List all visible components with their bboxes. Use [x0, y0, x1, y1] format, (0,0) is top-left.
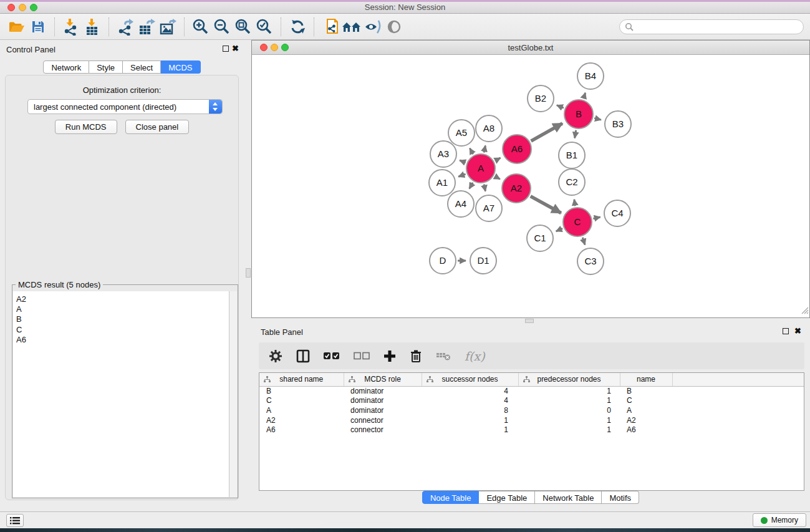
column-header-predecessor-nodes[interactable]: predecessor nodes	[518, 373, 620, 386]
result-list-item[interactable]: A6	[13, 335, 237, 345]
function-builder-icon[interactable]: f(x)	[465, 349, 485, 363]
dropdown-stepper-icon[interactable]	[209, 100, 222, 114]
graph-node-A[interactable]: A	[466, 154, 495, 183]
graph-edge-B-B1[interactable]	[575, 130, 576, 138]
graph-edge-B-B3[interactable]	[594, 118, 601, 120]
tab-select[interactable]: Select	[123, 60, 161, 74]
node-table[interactable]: shared nameMCDS rolesuccessor nodesprede…	[259, 372, 804, 491]
run-mcds-button[interactable]: Run MCDS	[55, 120, 117, 134]
hide-selected-icon[interactable]	[362, 16, 383, 37]
export-network-icon[interactable]	[115, 16, 136, 37]
graph-node-B4[interactable]: B4	[577, 63, 604, 89]
graph-edge-B-B4[interactable]	[584, 93, 586, 99]
deselect-all-icon[interactable]	[354, 352, 370, 360]
zoom-fit-icon[interactable]	[233, 16, 254, 37]
result-scrollbar[interactable]	[229, 291, 237, 497]
graph-edge-A-A6[interactable]	[495, 158, 501, 161]
graph-node-A5[interactable]: A5	[448, 120, 475, 146]
save-session-icon[interactable]	[27, 16, 49, 37]
add-column-icon[interactable]	[383, 350, 396, 362]
graph-edge-A-A4[interactable]	[470, 183, 473, 189]
home-icon[interactable]	[341, 16, 362, 37]
delete-table-icon[interactable]	[436, 351, 451, 361]
graph-node-B2[interactable]: B2	[528, 85, 554, 112]
graph-edge-A2-C[interactable]	[531, 196, 561, 213]
graph-edge-A-A1[interactable]	[458, 174, 465, 177]
show-all-icon[interactable]	[383, 16, 405, 37]
graph-node-A2[interactable]: A2	[502, 174, 531, 203]
graph-node-C1[interactable]: C1	[527, 225, 553, 251]
search-input[interactable]	[637, 22, 793, 31]
graph-node-A7[interactable]: A7	[476, 195, 502, 221]
column-header-name[interactable]: name	[620, 373, 672, 386]
result-list-item[interactable]: C	[13, 325, 237, 335]
export-image-icon[interactable]	[157, 16, 178, 37]
result-list-item[interactable]: A	[13, 304, 237, 314]
memory-button[interactable]: Memory	[753, 513, 806, 527]
zoom-in-icon[interactable]	[190, 16, 211, 37]
graph-edge-C-C4[interactable]	[593, 217, 600, 218]
criterion-dropdown[interactable]: largest connected component (directed)	[27, 99, 223, 114]
select-all-icon[interactable]	[324, 352, 340, 360]
import-network-icon[interactable]	[60, 16, 82, 37]
graph-node-D1[interactable]: D1	[470, 248, 496, 274]
result-list-item[interactable]: B	[13, 314, 237, 324]
graph-edge-A-A5[interactable]	[470, 148, 473, 155]
table-row[interactable]: A6connector11A6	[259, 425, 804, 435]
graph-node-A4[interactable]: A4	[448, 191, 474, 217]
graph-node-B1[interactable]: B1	[559, 142, 585, 168]
tab-network-table[interactable]: Network Table	[535, 491, 602, 504]
graph-edge-A-A2[interactable]	[495, 177, 500, 180]
network-overview-icon[interactable]	[320, 16, 341, 37]
graph-node-D[interactable]: D	[430, 248, 456, 274]
tab-style[interactable]: Style	[89, 60, 123, 74]
graph-node-B3[interactable]: B3	[605, 111, 631, 137]
table-row[interactable]: Adominator80A	[259, 405, 804, 415]
graph-node-B[interactable]: B	[564, 100, 593, 128]
table-row[interactable]: Cdominator41C	[259, 396, 804, 406]
graph-node-C2[interactable]: C2	[559, 169, 585, 195]
tab-network[interactable]: Network	[43, 60, 89, 74]
tab-edge-table[interactable]: Edge Table	[479, 491, 535, 504]
panel-divider-grip[interactable]	[246, 268, 251, 278]
graph-node-C4[interactable]: C4	[604, 200, 630, 226]
column-header-shared-name[interactable]: shared name	[259, 373, 344, 386]
mcds-result-list[interactable]: A2ABCA6	[13, 291, 237, 497]
zoom-selected-icon[interactable]	[254, 16, 275, 37]
search-field[interactable]	[619, 19, 804, 34]
open-session-icon[interactable]	[6, 16, 27, 37]
graph-node-A1[interactable]: A1	[429, 170, 455, 196]
delete-column-icon[interactable]	[410, 349, 422, 363]
task-history-button[interactable]	[6, 514, 24, 527]
graph-edge-A-A3[interactable]	[460, 160, 466, 163]
tab-motifs[interactable]: Motifs	[602, 491, 639, 504]
import-table-icon[interactable]	[82, 16, 103, 37]
graph-edge-A6-B[interactable]	[531, 123, 562, 141]
column-header-mcds-role[interactable]: MCDS role	[344, 373, 422, 386]
graph-edge-C-C2[interactable]	[574, 200, 575, 206]
float-table-panel-icon[interactable]	[783, 328, 789, 334]
table-divider-grip[interactable]	[525, 319, 534, 323]
tab-mcds[interactable]: MCDS	[161, 60, 200, 74]
tab-node-table[interactable]: Node Table	[422, 491, 480, 504]
zoom-out-icon[interactable]	[211, 16, 233, 37]
close-panel-icon[interactable]: ✖	[232, 44, 239, 53]
window-resize-grip[interactable]	[801, 306, 809, 317]
graph-edge-C-C1[interactable]	[556, 228, 562, 231]
column-header-successor-nodes[interactable]: successor nodes	[422, 373, 518, 386]
graph-edge-A-A7[interactable]	[484, 184, 485, 191]
table-row[interactable]: Bdominator41B	[259, 386, 804, 396]
table-settings-gear-icon[interactable]	[269, 349, 282, 363]
graph-edge-B-B2[interactable]	[557, 105, 564, 109]
result-list-item[interactable]: A2	[13, 294, 237, 304]
network-canvas[interactable]: B4B2BB3A8A5A6A3B1AC2A1A2A4A7C4CC1DD1C3	[252, 55, 809, 317]
network-window-titlebar[interactable]: testGlobe.txt	[252, 41, 809, 55]
refresh-icon[interactable]	[287, 16, 308, 37]
table-row[interactable]: A2connector11A2	[259, 415, 804, 425]
graph-node-C[interactable]: C	[563, 208, 592, 236]
export-table-icon[interactable]	[136, 16, 157, 37]
graph-node-A3[interactable]: A3	[430, 141, 456, 167]
graph-edge-C-C3[interactable]	[582, 238, 585, 245]
graph-node-A6[interactable]: A6	[503, 135, 531, 163]
close-panel-button[interactable]: Close panel	[125, 120, 190, 134]
